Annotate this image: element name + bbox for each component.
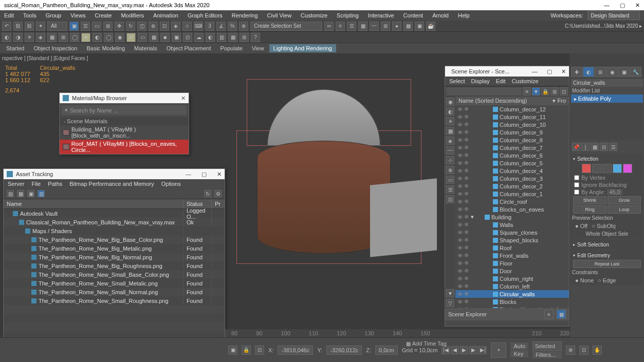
asset-col-name[interactable]: Name [4, 199, 183, 208]
se-maximize[interactable]: ▢ [547, 68, 552, 75]
modify-tab[interactable]: ◐ [583, 67, 594, 77]
constraint-none[interactable]: ● None [575, 277, 594, 283]
se-menu-edit[interactable]: Edit [496, 78, 506, 84]
percent-snap-button[interactable]: % [228, 22, 237, 31]
pin-stack-button[interactable]: 📌 [572, 143, 580, 151]
asset-row[interactable]: The_Pantheon_Rome_New_Small_Normal.pngFo… [4, 288, 225, 296]
scene-item[interactable]: 👁❄Column_right [455, 275, 569, 282]
angle-snap-button[interactable]: ∡ [216, 22, 226, 31]
isolate-button[interactable]: ⊡ [255, 346, 264, 355]
asset-row[interactable]: Autodesk VaultLogged O... [4, 209, 225, 218]
layer-explorer-button[interactable]: ☰ [347, 22, 356, 31]
preview-off[interactable]: ● Off [575, 223, 587, 229]
se-filter-5[interactable]: ◈ [446, 137, 454, 145]
keyboard-shortcut-button[interactable]: ⌨ [194, 22, 203, 31]
material-editor-button[interactable]: ● [392, 22, 401, 31]
asset-menu-options[interactable]: Options [161, 181, 181, 187]
next-frame-button[interactable]: ▶ [469, 346, 477, 354]
make-unique-button[interactable]: ▦ [591, 143, 599, 151]
use-pivot-button[interactable]: ◈ [171, 22, 180, 31]
se-filter-7[interactable]: ⊹ [446, 156, 454, 164]
tab-started[interactable]: Started [2, 44, 28, 52]
loop-button[interactable]: Loop [608, 205, 641, 214]
close-button[interactable]: ✕ [635, 2, 640, 9]
window-crossing-button[interactable]: ⊞ [103, 22, 113, 31]
edit-geometry-header[interactable]: Edit Geometry [572, 252, 642, 259]
tab-object-inspection[interactable]: Object Inspection [29, 44, 81, 52]
se-minimize[interactable]: — [532, 68, 538, 74]
unlink-button[interactable]: ⛓ [25, 22, 34, 31]
lock-selection-button[interactable]: ▣ [228, 346, 237, 355]
modifier-editable-poly[interactable]: ▸ Editable Poly [571, 94, 643, 103]
select-by-name-button[interactable]: ☰ [81, 22, 90, 31]
schematic-view-button[interactable]: ⊞ [381, 22, 390, 31]
tool-12[interactable]: ☀ [126, 33, 136, 42]
se-menu-display[interactable]: Display [471, 78, 490, 84]
preview-subobj[interactable]: ○ SubObj [592, 223, 615, 229]
workspace-dropdown[interactable]: Design Standard [587, 11, 640, 20]
se-search-input[interactable] [446, 87, 522, 96]
se-menu-customize[interactable]: Customize [512, 78, 539, 84]
scene-item[interactable]: 👁❄Column_decor_1 [455, 190, 569, 198]
tool-22[interactable]: ⊞ [240, 33, 249, 42]
asset-close[interactable]: ✕ [217, 171, 222, 178]
border-mode[interactable] [602, 164, 612, 173]
selection-set-dropdown[interactable]: Create Selection Set [250, 22, 322, 31]
coord-z[interactable]: 0,0cm [375, 346, 398, 355]
scene-item[interactable]: 👁❄Column_decor_3 [455, 175, 569, 182]
edge-mode[interactable] [592, 164, 601, 173]
asset-row[interactable]: The_Pantheon_Rome_New_Small_Base_Color.p… [4, 270, 225, 279]
menu-group[interactable]: Group [46, 12, 62, 18]
goto-start-button[interactable]: |◀ [441, 346, 450, 354]
scene-item[interactable]: 👁❄Circle_roof [455, 198, 569, 205]
asset-menu-file[interactable]: File [31, 181, 41, 187]
remove-modifier-button[interactable]: ⊟ [600, 143, 608, 151]
grow-button[interactable]: Grow [608, 196, 641, 204]
scene-item[interactable]: 👁❄Column_decor_6 [455, 151, 569, 159]
se-list-header[interactable]: Name (Sorted Descending)▾ Fro [455, 97, 569, 105]
tool-15[interactable]: ■ [160, 33, 170, 42]
maximize-button[interactable]: ▢ [620, 2, 625, 9]
toggle-ribbon-button[interactable]: ▦ [358, 22, 367, 31]
scene-item[interactable]: 👁❄Column_decor_2 [455, 182, 569, 190]
set-key-mode-button[interactable]: Key [510, 350, 528, 357]
se-filter-button[interactable]: ▼ [532, 87, 540, 96]
se-filter-10[interactable]: ☰ [446, 185, 454, 194]
show-end-result-button[interactable]: | [581, 143, 590, 151]
scene-item[interactable]: 👁❄Column_decor_4 [455, 167, 569, 175]
tool-4[interactable]: ◈ [36, 33, 45, 42]
menu-customize[interactable]: Customize [301, 12, 327, 18]
timeline-ruler[interactable]: 80 90 100 110 120 130 140 150 210 220 [225, 329, 569, 337]
set-key-button[interactable]: + [491, 342, 506, 358]
asset-tool-1[interactable]: ▤ [7, 190, 14, 197]
menu-animation[interactable]: Animation [153, 12, 178, 18]
tool-1[interactable]: ◐ [2, 33, 11, 42]
menu-edit[interactable]: Edit [4, 12, 14, 18]
menu-help[interactable]: Help [458, 12, 470, 18]
modifier-stack[interactable] [571, 104, 643, 140]
se-close[interactable]: ✕ [561, 68, 566, 75]
tool-19[interactable]: ◐ [206, 33, 215, 42]
tool-11[interactable]: ◉ [115, 33, 124, 42]
undo-button[interactable]: ↶ [2, 22, 11, 31]
tool-21[interactable]: ▦ [228, 33, 237, 42]
menu-tools[interactable]: Tools [23, 12, 36, 18]
menu-arnold[interactable]: Arnold [432, 12, 449, 18]
utilities-tab[interactable]: 🔧 [630, 67, 641, 77]
constraint-edge[interactable]: ○ Edge [598, 277, 616, 283]
asset-row[interactable]: Maps / Shaders [4, 226, 225, 235]
by-angle-check[interactable]: By Angle: 45,0 [572, 188, 642, 196]
se-filter-8[interactable]: ⊕ [446, 166, 454, 174]
coord-x[interactable]: -3818,046c [278, 346, 313, 355]
viewport-nav-3[interactable]: ✋ [593, 346, 602, 355]
asset-row[interactable]: The_Pantheon_Rome_New_Big_Roughness.pngF… [4, 261, 225, 270]
vertex-mode[interactable] [582, 164, 591, 173]
mirror-button[interactable]: ⇔ [324, 22, 334, 31]
viewport-nav-1[interactable]: ⊕ [566, 346, 575, 355]
motion-tab[interactable]: ◉ [606, 67, 618, 77]
scene-item[interactable]: 👁❄Column_decor_5 [455, 159, 569, 167]
select-manipulate-button[interactable]: ⊹ [182, 22, 192, 31]
minimize-button[interactable]: — [604, 2, 610, 9]
se-filter-2[interactable]: ◐ [446, 107, 454, 116]
map-browser-close[interactable]: ✕ [181, 95, 186, 102]
